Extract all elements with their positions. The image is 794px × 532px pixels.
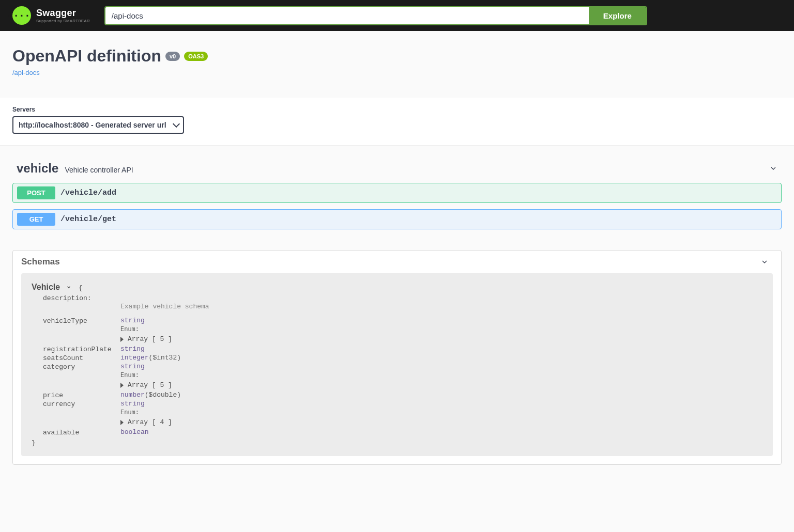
explore-button[interactable]: Explore [589, 7, 646, 24]
enum-array-text: Array [ 5 ] [128, 335, 172, 343]
close-brace: } [32, 439, 762, 447]
chevron-right-icon [120, 420, 124, 425]
chevron-down-icon [760, 258, 769, 266]
op-method-badge: GET [17, 213, 55, 226]
property-row: categorystring [43, 363, 762, 371]
property-row: seatsCountinteger($int32) [43, 354, 762, 363]
enum-label: Enum: [120, 409, 139, 416]
property-type: string [120, 400, 145, 408]
enum-label: Enum: [120, 372, 139, 379]
op-method-badge: POST [17, 186, 55, 199]
enum-array-text: Array [ 4 ] [128, 418, 172, 426]
property-type: number [120, 391, 145, 399]
property-name: currency [43, 400, 120, 409]
chevron-down-icon[interactable] [66, 284, 71, 292]
topbar: {···} Swagger Supported by SMARTBEAR Exp… [0, 0, 794, 31]
version-badge: v0 [165, 52, 180, 61]
operation-get-1[interactable]: GET/vehicle/get [12, 209, 782, 229]
api-docs-link[interactable]: /api-docs [12, 69, 40, 76]
op-path: /vehicle/add [60, 189, 116, 197]
op-path: /vehicle/get [60, 215, 116, 224]
oas-badge: OAS3 [184, 52, 208, 61]
property-format: ($double) [145, 391, 181, 399]
property-type: string [120, 363, 145, 370]
property-row: pricenumber($double) [43, 391, 762, 400]
spec-url-input[interactable] [105, 7, 589, 24]
chevron-down-icon [769, 164, 777, 173]
enum-array-toggle[interactable]: Array [ 5 ] [120, 379, 762, 391]
description-key: description: [43, 294, 120, 303]
swagger-logo[interactable]: {···} Swagger Supported by SMARTBEAR [12, 6, 90, 25]
server-select[interactable]: http://localhost:8080 - Generated server… [12, 116, 184, 134]
chevron-right-icon [120, 383, 124, 388]
logo-subtext: Supported by SMARTBEAR [36, 19, 90, 23]
enum-array-text: Array [ 5 ] [128, 381, 172, 389]
property-row: currencystring [43, 400, 762, 409]
property-row: vehicleTypestring [43, 317, 762, 325]
operation-post-0[interactable]: POST/vehicle/add [12, 183, 782, 203]
schemas-body: Vehicle { description: Example vehicle s… [21, 273, 773, 456]
tag-vehicle-header[interactable]: vehicle Vehicle controller API [12, 156, 782, 183]
enum-array-toggle[interactable]: Array [ 5 ] [120, 333, 762, 345]
property-type: integer [120, 354, 149, 362]
chevron-right-icon [120, 337, 124, 342]
property-type: boolean [120, 428, 149, 436]
property-name: price [43, 391, 120, 400]
main-content: vehicle Vehicle controller API POST/vehi… [0, 146, 794, 486]
tag-name: vehicle [17, 161, 58, 176]
info-section: OpenAPI definition v0 OAS3 /api-docs [0, 31, 794, 98]
enum-array-toggle[interactable]: Array [ 4 ] [120, 416, 762, 428]
operations-list: POST/vehicle/addGET/vehicle/get [12, 183, 782, 229]
schemas-header[interactable]: Schemas [13, 251, 781, 273]
property-name: registrationPlate [43, 345, 120, 354]
property-format: ($int32) [149, 354, 181, 362]
description-value: Example vehicle schema [120, 303, 762, 310]
model-name[interactable]: Vehicle [32, 283, 60, 291]
logo-name: Swagger [36, 8, 90, 18]
tag-description: Vehicle controller API [65, 166, 133, 174]
servers-label: Servers [12, 106, 782, 113]
property-name: category [43, 363, 120, 371]
property-name: vehicleType [43, 317, 120, 325]
property-type: string [120, 345, 145, 353]
property-row: registrationPlatestring [43, 345, 762, 354]
property-name: seatsCount [43, 354, 120, 363]
api-title: OpenAPI definition [12, 46, 161, 66]
property-name: available [43, 428, 120, 437]
open-brace: { [79, 284, 83, 292]
property-row: availableboolean [43, 428, 762, 437]
property-type: string [120, 317, 145, 324]
schemas-section: Schemas Vehicle { description: E [12, 250, 782, 465]
servers-section: Servers http://localhost:8080 - Generate… [0, 98, 794, 146]
swagger-logo-icon: {···} [12, 6, 31, 25]
schemas-title: Schemas [21, 257, 60, 267]
enum-label: Enum: [120, 326, 139, 333]
url-search-wrap: Explore [104, 6, 647, 25]
